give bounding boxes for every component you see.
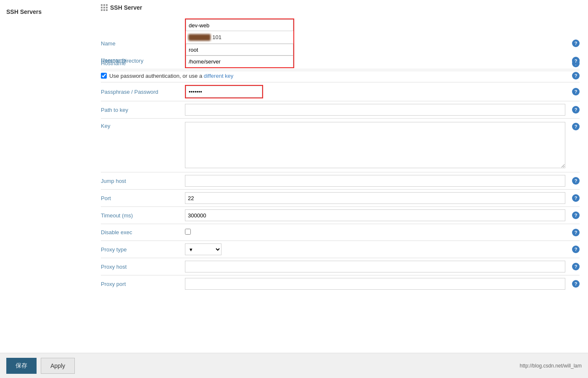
passphrase-input-wrap [185, 84, 263, 99]
timeout-help-icon[interactable]: ? [572, 211, 580, 219]
path-to-key-help-icon[interactable]: ? [572, 106, 580, 114]
port-help-icon[interactable]: ? [572, 194, 580, 202]
name-input[interactable] [186, 19, 293, 31]
key-row: Key ? [101, 119, 580, 172]
proxy-port-help-icon[interactable]: ? [572, 280, 580, 288]
key-label: Key [101, 121, 185, 131]
apply-button[interactable]: Apply [41, 358, 75, 374]
name-help-icon[interactable]: ? [572, 40, 580, 47]
proxy-type-label: Proxy type [101, 245, 185, 254]
path-to-key-label: Path to key [101, 105, 185, 115]
path-to-key-input[interactable] [185, 104, 565, 116]
passphrase-label: Passphrase / Password [101, 87, 185, 97]
disable-exec-row: Disable exec ? [101, 224, 580, 241]
proxy-host-help-icon[interactable]: ? [572, 263, 580, 270]
form-section-title: SSH Server [110, 4, 142, 11]
jump-host-label: Jump host [101, 176, 185, 186]
timeout-label: Timeout (ms) [101, 211, 185, 220]
username-input[interactable] [186, 44, 293, 56]
footer-buttons: 保存 Apply [6, 358, 75, 374]
proxy-type-input-wrap: ▾ HTTP SOCKS4 SOCKS5 [185, 243, 569, 256]
use-password-label: Use password authentication, or use a di… [109, 73, 233, 79]
passphrase-input[interactable] [186, 86, 262, 98]
key-input-wrap [185, 121, 569, 170]
footer: 保存 Apply http://blog.csdn.net/will_lam [0, 353, 588, 378]
path-to-key-input-wrap [185, 103, 569, 116]
red-outline-group: ██████ 101 [185, 19, 294, 68]
proxy-type-select[interactable]: ▾ HTTP SOCKS4 SOCKS5 [185, 243, 221, 255]
jump-host-input[interactable] [185, 175, 565, 187]
name-input-wrap: ██████ 101 [185, 18, 294, 69]
proxy-port-input[interactable] [185, 278, 565, 290]
hostname-blurred: ██████ [188, 34, 211, 40]
port-row: Port ? [101, 190, 580, 207]
proxy-port-label: Proxy port [101, 279, 185, 289]
passphrase-help-icon[interactable]: ? [572, 88, 580, 95]
sidebar-title[interactable]: SSH Servers [6, 8, 86, 15]
disable-exec-label: Disable exec [101, 227, 185, 237]
footer-url: http://blog.csdn.net/will_lam [520, 363, 582, 369]
password-red-box [185, 85, 263, 98]
passphrase-row: Passphrase / Password ? [101, 82, 580, 101]
proxy-host-input-wrap [185, 260, 569, 273]
hostname-suffix: 101 [212, 34, 221, 40]
timeout-input[interactable] [185, 209, 565, 221]
port-input[interactable] [185, 192, 565, 204]
hostname-inner: ██████ 101 [186, 31, 293, 44]
sidebar: SSH Servers [0, 0, 92, 353]
different-key-link[interactable]: different key [204, 73, 234, 79]
remote-directory-help-icon[interactable]: ? [572, 57, 580, 65]
use-password-row: Use password authentication, or use a di… [101, 69, 580, 82]
remote-directory-input[interactable] [186, 56, 293, 67]
path-to-key-row: Path to key ? [101, 101, 580, 119]
proxy-type-row: Proxy type ▾ HTTP SOCKS4 SOCKS5 ? [101, 241, 580, 258]
proxy-type-help-icon[interactable]: ? [572, 246, 580, 253]
disable-exec-checkbox[interactable] [185, 229, 191, 235]
jump-host-input-wrap [185, 174, 569, 188]
use-password-help-icon[interactable]: ? [572, 72, 580, 79]
key-help-icon[interactable]: ? [572, 123, 580, 130]
proxy-port-row: Proxy port ? [101, 275, 580, 292]
remote-directory-label: Remote Directory [101, 56, 185, 66]
proxy-host-row: Proxy host ? [101, 258, 580, 275]
use-password-checkbox[interactable] [101, 73, 107, 79]
timeout-row: Timeout (ms) ? [101, 207, 580, 224]
port-input-wrap [185, 191, 569, 205]
proxy-port-input-wrap [185, 277, 569, 291]
disable-exec-help-icon[interactable]: ? [572, 229, 580, 236]
jump-host-row: Jump host ? [101, 172, 580, 190]
hostname-spacer [185, 63, 294, 64]
save-button[interactable]: 保存 [6, 358, 37, 374]
port-label: Port [101, 193, 185, 203]
timeout-input-wrap [185, 209, 569, 222]
form-area: SSH Server Name ██████ 101 ? Hos [92, 0, 588, 353]
proxy-host-label: Proxy host [101, 262, 185, 272]
drag-handle-icon [101, 4, 108, 11]
disable-exec-input-wrap [185, 228, 569, 237]
jump-host-help-icon[interactable]: ? [572, 177, 580, 185]
key-input[interactable] [185, 122, 565, 168]
proxy-host-input[interactable] [185, 261, 565, 272]
name-label: Name [101, 39, 185, 48]
form-header: SSH Server [101, 4, 580, 11]
